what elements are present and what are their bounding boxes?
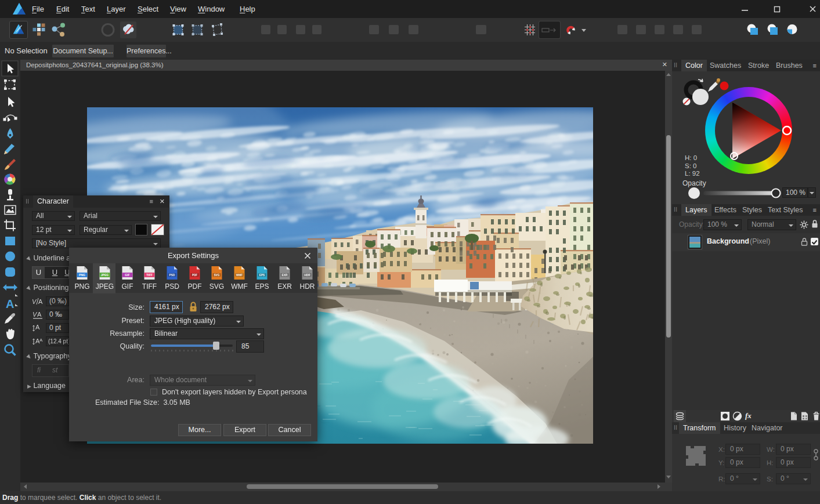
svg-text:A: A	[6, 298, 14, 310]
svg-text:JPEG: JPEG	[101, 273, 109, 277]
svg-text:GIF: GIF	[125, 273, 129, 277]
svg-text:A: A	[37, 311, 42, 318]
svg-text:EXR: EXR	[282, 274, 288, 277]
svg-text:WMF: WMF	[236, 274, 243, 277]
svg-text:PSD: PSD	[169, 274, 175, 277]
svg-text:A: A	[39, 338, 43, 343]
svg-text:A: A	[38, 298, 43, 305]
svg-text:SVG: SVG	[214, 274, 219, 277]
svg-text:PDF: PDF	[192, 274, 198, 277]
svg-text:TIFF: TIFF	[146, 273, 153, 277]
svg-text:PNG: PNG	[79, 273, 85, 277]
svg-text:EPS: EPS	[259, 274, 265, 277]
svg-text:A: A	[35, 324, 40, 331]
svg-text:HDR: HDR	[304, 274, 310, 277]
svg-text:V: V	[32, 298, 37, 305]
